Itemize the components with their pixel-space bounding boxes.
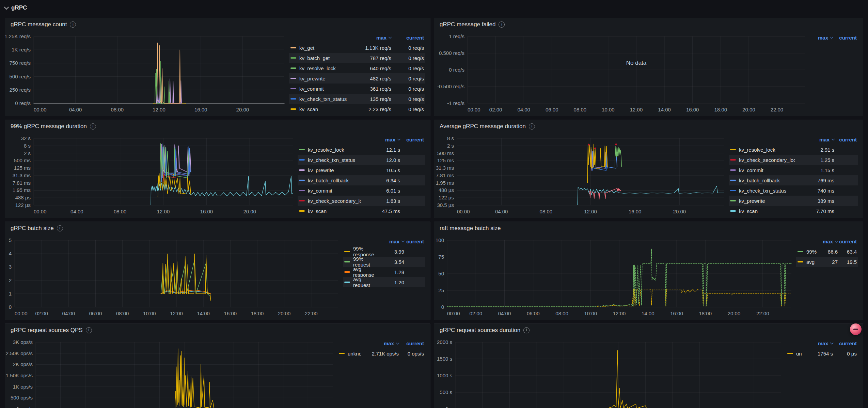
panel-title[interactable]: 99% gRPC message durationi (11, 123, 96, 130)
info-icon[interactable]: i (70, 21, 76, 28)
legend-series-kv-resolve-lock[interactable]: kv_resolve_lock (298, 145, 361, 155)
grpc-avg-duration-panel: Average gRPC message durationi8 s2 s500 … (434, 120, 863, 218)
svg-text:04:00: 04:00 (498, 311, 511, 316)
svg-text:3: 3 (9, 264, 12, 270)
grpc-request-sources-duration-chart[interactable]: 2000 s1500 s1000 s500 s0 s00:0002:0004:0… (434, 324, 864, 408)
legend-series-kv-commit[interactable]: kv_commit (289, 84, 352, 94)
svg-text:00:00: 00:00 (15, 311, 28, 316)
panel-title[interactable]: raft message batch size (440, 225, 501, 232)
legend-sort-current[interactable]: current (400, 339, 425, 348)
svg-text:500 ops/s: 500 ops/s (11, 395, 33, 401)
panel-title[interactable]: gRPC message failedi (440, 21, 505, 28)
series-current-value: 0 req/s (393, 94, 425, 104)
grpc-message-failed-chart[interactable]: 1 req/s0.500 req/s0 req/s-0.500 req/s-1 … (434, 18, 864, 117)
info-icon[interactable]: i (86, 327, 92, 333)
info-icon[interactable]: i (57, 225, 63, 231)
legend-sort-current[interactable]: current (834, 339, 858, 348)
legend-series-kv-get[interactable]: kv_get (289, 43, 352, 53)
legend-series-kv-batch-rollback[interactable]: kv_batch_rollback (298, 175, 361, 185)
legend-series-kv-check-secondary-locks[interactable]: kv_check_secondary_locks (729, 155, 795, 165)
svg-text:12:00: 12:00 (153, 107, 165, 112)
legend-sort-current[interactable]: current (839, 237, 858, 246)
legend-series-kv-commit[interactable]: kv_commit (729, 165, 795, 175)
legend-sort-max[interactable]: max (361, 339, 400, 348)
series-color-swatch (730, 210, 736, 212)
panel-title[interactable]: gRPC request sources durationi (440, 327, 530, 334)
legend-sort-max[interactable]: max (380, 237, 406, 246)
info-icon[interactable]: i (90, 123, 96, 130)
sort-chevron-down-icon (835, 239, 838, 242)
legend-series-kv-scan[interactable]: kv_scan (298, 206, 361, 216)
svg-text:18:00: 18:00 (699, 311, 712, 316)
panel-title-text: gRPC batch size (11, 225, 54, 232)
svg-text:1K req/s: 1K req/s (12, 47, 31, 52)
legend-series-unknown[interactable]: unknown (786, 348, 802, 359)
legend-series-kv-check-txn-status[interactable]: kv_check_txn_status (298, 155, 361, 165)
series-current-value (401, 175, 425, 185)
svg-text:0 req/s: 0 req/s (15, 100, 31, 106)
legend-current-label: current (406, 137, 424, 142)
legend-series-kv-check-txn-status[interactable]: kv_check_txn_status (289, 94, 352, 104)
legend-series-kv-prewrite[interactable]: kv_prewrite (289, 73, 352, 84)
info-icon[interactable]: i (523, 327, 530, 333)
series-name: 99% response (353, 246, 378, 257)
svg-text:02:00: 02:00 (469, 311, 482, 316)
svg-text:02:00: 02:00 (489, 107, 502, 112)
legend-series-kv-resolve-lock[interactable]: kv_resolve_lock (729, 145, 795, 155)
svg-text:250 req/s: 250 req/s (9, 87, 31, 93)
panel-legend: maxcurrentkv_get1.13K req/s0 req/skv_bat… (289, 32, 425, 114)
legend-sort-max[interactable]: max (802, 339, 834, 348)
panel-title[interactable]: gRPC batch sizei (11, 225, 63, 232)
panel-title[interactable]: Average gRPC message durationi (440, 123, 535, 130)
svg-text:16:00: 16:00 (194, 107, 207, 112)
legend-series-kv-prewrite[interactable]: kv_prewrite (729, 196, 795, 206)
legend-sort-max[interactable]: max (352, 33, 393, 42)
series-name: kv_prewrite (299, 76, 326, 81)
series-color-swatch (730, 169, 736, 171)
legend-sort-current[interactable]: current (406, 237, 425, 246)
legend-series-kv-batch-get[interactable]: kv_batch_get (289, 53, 352, 63)
panel-title-text: gRPC request sources duration (440, 327, 520, 334)
legend-series-99-request[interactable]: 99% request (343, 257, 380, 267)
sort-chevron-down-icon (830, 35, 834, 39)
legend-series-99-response[interactable]: 99% response (343, 246, 380, 257)
legend-sort-current[interactable]: current (393, 33, 425, 42)
legend-sort-max[interactable]: max (361, 135, 401, 144)
svg-text:8 s: 8 s (24, 143, 31, 149)
legend-series-kv-scan[interactable]: kv_scan (729, 206, 795, 216)
legend-series-kv-batch-rollback[interactable]: kv_batch_rollback (729, 175, 795, 185)
svg-text:31.3 ms: 31.3 ms (436, 165, 454, 171)
legend-series-unknown[interactable]: unknown (337, 348, 361, 359)
legend-series-kv-resolve-lock[interactable]: kv_resolve_lock (289, 63, 352, 73)
grpc-request-sources-qps-chart[interactable]: 3K ops/s2.50K ops/s2K ops/s1.50K ops/s1K… (5, 324, 431, 408)
legend-series-avg-response[interactable]: avg response (343, 267, 380, 277)
news-grot-button[interactable] (850, 323, 862, 335)
legend-sort-max[interactable]: max (810, 33, 834, 42)
legend-sort-max[interactable]: max (819, 237, 839, 246)
legend-sort-current[interactable]: current (401, 135, 425, 144)
legend-series-kv-commit[interactable]: kv_commit (298, 185, 361, 196)
legend-series-kv-scan[interactable]: kv_scan (289, 104, 352, 114)
panel-legend: maxcurrentunknown1754 s0 µs (786, 338, 858, 359)
info-icon[interactable]: i (499, 21, 505, 28)
sort-chevron-down-icon (397, 137, 401, 140)
series-current-value (406, 277, 425, 287)
legend-sort-current[interactable]: current (836, 135, 858, 144)
legend-series-avg-request[interactable]: avg request (343, 277, 380, 287)
panel-title[interactable]: gRPC request sources QPSi (11, 327, 92, 334)
legend-series-kv-prewrite[interactable]: kv_prewrite (298, 165, 361, 175)
legend-series-avg[interactable]: avg (796, 257, 819, 267)
legend-sort-current[interactable]: current (834, 33, 858, 42)
legend-sort-max[interactable]: max (795, 135, 836, 144)
legend-series-kv-check-txn-status[interactable]: kv_check_txn_status (729, 185, 795, 196)
svg-text:2 s: 2 s (447, 143, 454, 149)
legend-series-99-[interactable]: 99% (796, 246, 819, 257)
series-name: kv_resolve_lock (299, 65, 336, 71)
series-current-value (836, 185, 858, 196)
legend-series-kv-check-secondary-locks[interactable]: kv_check_secondary_locks (298, 196, 361, 206)
svg-text:1.95 ms: 1.95 ms (436, 180, 454, 186)
panel-title[interactable]: gRPC message counti (11, 21, 76, 28)
row-header-grpc[interactable]: gRPC (5, 3, 27, 13)
series-color-swatch (290, 88, 296, 90)
info-icon[interactable]: i (529, 123, 535, 130)
